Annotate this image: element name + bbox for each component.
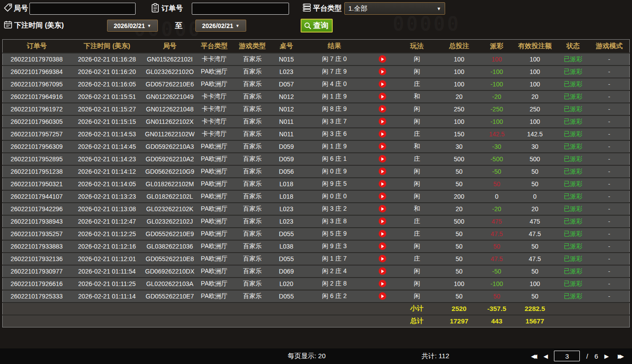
cell-result: 闲 2 庄 8	[300, 278, 368, 290]
play-video-button[interactable]	[379, 118, 386, 125]
cell-round-no: GD069262210DX	[143, 265, 196, 278]
total-row-spacer	[3, 315, 397, 327]
cell-status: 已派彩	[557, 228, 589, 240]
cell-bet-time: 2026-02-21 01:12:25	[70, 228, 143, 240]
cell-video	[368, 215, 396, 228]
cell-game-type: 百家乐	[232, 153, 273, 165]
play-video-button[interactable]	[379, 255, 386, 262]
cell-order-no: 260221017957257	[3, 128, 71, 140]
play-video-button[interactable]	[379, 180, 386, 188]
bet-time-label: 下注时间 (美东)	[14, 21, 64, 30]
cell-game-mode: -	[589, 228, 630, 240]
game-no-input[interactable]	[29, 3, 136, 15]
cell-valid-bet: 50	[513, 240, 557, 253]
platform-type-label: 平台类型	[313, 4, 342, 13]
prev-page-button[interactable]: ◀	[543, 353, 548, 360]
cell-platform: PA欧洲厅	[196, 165, 232, 178]
cell-valid-bet: 100	[513, 53, 557, 65]
play-icon	[381, 132, 384, 136]
play-video-button[interactable]	[379, 80, 386, 88]
table-row: 2602210179563092026-02-21 01:14:45GD0592…	[3, 140, 630, 153]
cell-status: 已派彩	[557, 203, 589, 215]
cell-play-type: 闲	[396, 115, 438, 128]
play-icon	[381, 57, 384, 61]
pagination-bar: 每页显示: 20 共计: 112 ◀◀ ◀ / 6 ▶ ▶▶	[0, 348, 632, 364]
play-icon	[381, 120, 384, 123]
cell-payout: 47.5	[481, 253, 513, 265]
play-video-button[interactable]	[379, 68, 386, 75]
cell-game-mode: -	[589, 115, 630, 128]
play-video-button[interactable]	[379, 205, 386, 213]
next-page-button[interactable]: ▶	[604, 353, 609, 360]
cell-valid-bet: 100	[513, 65, 557, 78]
bet-history-table: 订单号下注时间 (美东)局号平台类型游戏类型桌号结果玩法总投注派彩有效投注额状态…	[2, 39, 630, 327]
cell-status: 已派彩	[557, 128, 589, 140]
cell-table-no: D069	[273, 265, 300, 278]
cell-result: 闲 4 庄 0	[300, 78, 368, 90]
cell-video	[368, 228, 396, 240]
cell-video	[368, 290, 396, 303]
play-video-button[interactable]	[379, 230, 386, 237]
cell-status: 已派彩	[557, 190, 589, 203]
search-button[interactable]: 查询	[301, 19, 333, 33]
platform-stack-icon	[302, 3, 311, 12]
play-video-button[interactable]	[379, 192, 386, 200]
cell-result: 闲 2 庄 4	[300, 265, 368, 278]
tag-icon	[4, 3, 12, 12]
play-video-button[interactable]	[379, 143, 386, 150]
cell-total-bet: 100	[438, 65, 481, 78]
cell-valid-bet: 250	[513, 103, 557, 115]
play-video-button[interactable]	[379, 130, 386, 138]
cell-video	[368, 203, 396, 215]
cell-table-no: L023	[273, 215, 300, 228]
cell-valid-bet: 475	[513, 215, 557, 228]
page-number-input[interactable]	[554, 351, 580, 361]
cell-status: 已派彩	[557, 290, 589, 303]
table-row: 2602210179266162026-02-21 01:11:25GL0202…	[3, 278, 630, 290]
play-video-button[interactable]	[379, 292, 386, 300]
cell-bet-time: 2026-02-21 01:16:20	[70, 65, 143, 78]
cell-status: 已派彩	[557, 140, 589, 153]
cell-status: 已派彩	[557, 278, 589, 290]
cell-platform: PA欧洲厅	[196, 78, 232, 90]
cell-play-type: 闲	[396, 65, 438, 78]
cell-game-mode: -	[589, 265, 630, 278]
header-payout: 派彩	[481, 40, 513, 53]
cell-result: 闲 0 庄 9	[300, 165, 368, 178]
table-row: 2602210179670952026-02-21 01:16:05GD0572…	[3, 78, 630, 90]
platform-type-select[interactable]: 1.全部 ▼	[344, 2, 445, 15]
cell-payout: -250	[481, 103, 513, 115]
cell-video	[368, 65, 396, 78]
play-video-button[interactable]	[379, 280, 386, 287]
date-from-picker[interactable]: 2026/02/21 ▼	[107, 20, 158, 32]
cell-table-no: N015	[273, 53, 300, 65]
order-no-input[interactable]	[192, 3, 289, 15]
play-video-button[interactable]	[379, 93, 386, 100]
play-video-button[interactable]	[379, 105, 386, 113]
cell-video	[368, 53, 396, 65]
cell-valid-bet: 20	[513, 90, 557, 103]
total-row: 总计1729744315677	[3, 315, 630, 327]
play-video-button[interactable]	[379, 155, 386, 163]
cell-round-no: GD059262210A3	[143, 140, 196, 153]
cell-status: 已派彩	[557, 153, 589, 165]
subtotal-row-spacer-end	[557, 303, 629, 315]
play-video-button[interactable]	[379, 55, 386, 63]
total-row-spacer-end	[557, 315, 629, 327]
play-icon	[381, 170, 384, 173]
first-page-button[interactable]: ◀◀	[531, 353, 537, 360]
play-video-button[interactable]	[379, 217, 386, 225]
cell-play-type: 庄	[396, 215, 438, 228]
cell-valid-bet: 500	[513, 153, 557, 165]
cell-table-no: N012	[273, 90, 300, 103]
date-to-picker[interactable]: 2026/02/21 ▼	[195, 20, 246, 32]
cell-status: 已派彩	[557, 240, 589, 253]
play-video-button[interactable]	[379, 242, 386, 250]
last-page-button[interactable]: ▶▶	[615, 353, 624, 360]
play-icon	[381, 182, 384, 186]
game-no-label: 局号	[14, 4, 28, 13]
play-video-button[interactable]	[379, 267, 386, 275]
play-video-button[interactable]	[379, 168, 386, 175]
cell-game-type: 百家乐	[232, 240, 273, 253]
cell-platform: PA欧洲厅	[196, 153, 232, 165]
